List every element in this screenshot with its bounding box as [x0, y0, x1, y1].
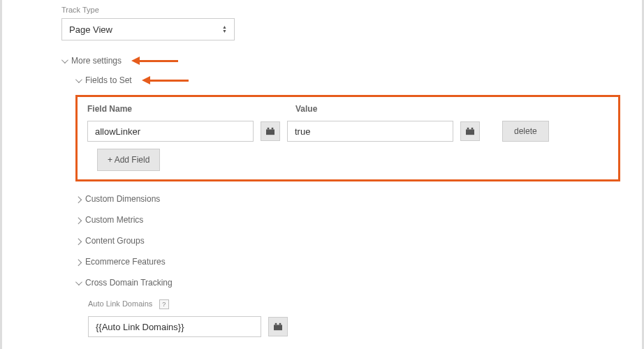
svg-rect-8: [279, 323, 281, 325]
variable-picker-button[interactable]: [268, 317, 288, 336]
svg-rect-6: [274, 325, 282, 330]
chevron-right-icon: [75, 238, 82, 245]
help-icon[interactable]: ?: [159, 299, 169, 309]
chevron-right-icon: [75, 259, 82, 266]
svg-rect-3: [466, 129, 474, 135]
track-type-label: Track Type: [61, 6, 628, 14]
variable-picker-button[interactable]: [261, 121, 280, 141]
fields-to-set-toggle[interactable]: Fields to Set: [75, 75, 628, 85]
cross-domain-label: Cross Domain Tracking: [85, 278, 173, 288]
svg-rect-7: [275, 323, 277, 325]
content-groups-label: Content Groups: [85, 236, 145, 246]
add-field-button[interactable]: + Add Field: [97, 149, 160, 171]
svg-rect-0: [266, 129, 275, 135]
svg-rect-5: [471, 128, 474, 130]
chevron-down-icon: [75, 76, 82, 83]
chevron-right-icon: [75, 217, 82, 224]
track-type-select[interactable]: Page View ▲▼: [61, 18, 235, 40]
auto-link-label: Auto Link Domains: [88, 299, 152, 308]
fields-to-set-label: Fields to Set: [85, 75, 132, 85]
select-arrows-icon: ▲▼: [222, 25, 227, 34]
variable-picker-button[interactable]: [460, 121, 480, 141]
ecommerce-features-label: Ecommerce Features: [85, 257, 166, 267]
custom-dimensions-label: Custom Dimensions: [85, 194, 160, 204]
ecommerce-features-toggle[interactable]: Ecommerce Features: [75, 257, 628, 267]
fields-header: Field Name Value: [87, 104, 608, 114]
auto-link-row: [88, 316, 628, 337]
content-groups-toggle[interactable]: Content Groups: [75, 236, 628, 246]
custom-metrics-label: Custom Metrics: [85, 215, 143, 225]
field-value-input[interactable]: [287, 121, 453, 142]
lego-icon: [273, 322, 283, 331]
svg-rect-4: [467, 128, 469, 130]
custom-dimensions-toggle[interactable]: Custom Dimensions: [75, 194, 628, 204]
chevron-down-icon: [75, 279, 82, 285]
fields-to-set-box: Field Name Value delete + Add Field: [75, 95, 620, 181]
auto-link-input[interactable]: [88, 316, 261, 337]
lego-icon: [265, 127, 275, 135]
track-type-value: Page View: [69, 24, 222, 35]
lego-icon: [465, 127, 475, 135]
config-panel: Track Type Page View ▲▼ More settings Fi…: [0, 0, 644, 349]
svg-rect-1: [268, 128, 270, 130]
chevron-right-icon: [75, 196, 82, 203]
value-header: Value: [295, 104, 317, 114]
svg-rect-2: [272, 128, 274, 130]
annotation-arrow-1: [131, 57, 178, 65]
chevron-down-icon: [61, 57, 68, 64]
more-settings-label: More settings: [71, 56, 122, 66]
field-row: delete: [87, 121, 608, 142]
field-name-header: Field Name: [87, 104, 295, 114]
field-name-input[interactable]: [87, 121, 254, 142]
auto-link-label-row: Auto Link Domains ?: [88, 299, 628, 309]
annotation-arrow-2: [142, 76, 189, 84]
cross-domain-toggle[interactable]: Cross Domain Tracking: [75, 278, 628, 288]
more-settings-toggle[interactable]: More settings: [61, 56, 628, 66]
custom-metrics-toggle[interactable]: Custom Metrics: [75, 215, 628, 225]
delete-button[interactable]: delete: [502, 121, 549, 142]
